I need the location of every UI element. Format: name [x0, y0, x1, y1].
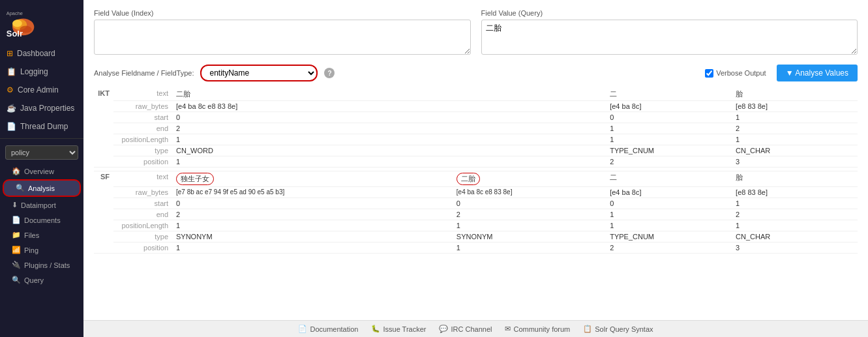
- field-value-index-group: Field Value (Index): [94, 9, 471, 57]
- sidebar-label-threaddump: Thread Dump: [20, 122, 68, 131]
- sidebar-sub-analysis[interactable]: 🔍 Analysis: [3, 179, 81, 197]
- sidebar-sub-overview[interactable]: 🏠 Overview: [0, 164, 83, 179]
- sidebar-sub-documents[interactable]: 📄 Documents: [0, 212, 83, 227]
- coreadmin-icon: ⚙: [7, 85, 14, 95]
- ping-icon: 📶: [12, 246, 21, 254]
- plugins-icon: 🔌: [12, 261, 21, 269]
- table-row: start 0 0 1: [94, 112, 858, 123]
- table-row: raw_bytes [e4 ba 8c e8 83 8e] [e4 ba 8c]…: [94, 101, 858, 112]
- fieldname-row: Analyse Fieldname / FieldType: entityNam…: [94, 65, 858, 81]
- field-value-text-empty: [453, 88, 606, 101]
- field-value-text-2: 二: [606, 88, 732, 101]
- sidebar-sub-files[interactable]: 📁 Files: [0, 227, 83, 242]
- table-row: end 2 2 1 2: [94, 209, 858, 220]
- table-row: end 2 1 2: [94, 123, 858, 134]
- fieldname-select[interactable]: entityName: [200, 65, 318, 81]
- field-label-end: end: [113, 123, 172, 134]
- logo: Apache Solr: [0, 0, 83, 44]
- verbose-label[interactable]: Verbose Output: [705, 69, 766, 78]
- table-row: IKT text 二胎 二 胎: [94, 88, 858, 101]
- field-label-rawbytes: raw_bytes: [113, 101, 172, 112]
- sub-label-dataimport: Dataimport: [21, 201, 56, 209]
- sidebar-label-javaprops: Java Properties: [20, 104, 74, 113]
- sub-label-analysis: Analysis: [28, 184, 55, 192]
- ikt-label: IKT: [94, 88, 113, 168]
- sub-label-overview: Overview: [24, 168, 54, 175]
- footer-documentation[interactable]: 📄 Documentation: [298, 325, 358, 333]
- field-value-rawbytes-2: [e4 ba 8c]: [606, 101, 732, 112]
- solr-logo-icon: Apache Solr: [5, 7, 37, 38]
- sub-label-query: Query: [24, 276, 44, 284]
- sub-label-files: Files: [24, 231, 39, 239]
- table-row: positionLength 1 1 1: [94, 134, 858, 145]
- sidebar-sub-ping[interactable]: 📶 Ping: [0, 242, 83, 257]
- sf-field-label-text: text: [113, 171, 172, 187]
- table-row: type SYNONYM SYNONYM TYPE_CNUM CN_CHAR: [94, 231, 858, 242]
- field-value-query-input[interactable]: 二胎: [481, 20, 858, 55]
- dataimport-icon: ⬇: [12, 201, 18, 209]
- core-selector[interactable]: policy: [0, 141, 83, 164]
- sf-text-1: 独生子女: [172, 171, 453, 187]
- field-value-query-group: Field Value (Query) 二胎: [481, 9, 858, 57]
- sidebar-item-coreadmin[interactable]: ⚙ Core Admin: [0, 81, 83, 99]
- files-icon: 📁: [12, 231, 21, 239]
- verbose-checkbox[interactable]: [705, 69, 713, 78]
- sidebar-label-dashboard: Dashboard: [17, 49, 55, 58]
- field-label-position: position: [113, 156, 172, 168]
- field-label-text: text: [113, 88, 172, 101]
- field-label-start: start: [113, 112, 172, 123]
- field-label-type: type: [113, 145, 172, 156]
- core-select[interactable]: policy: [5, 145, 78, 160]
- results-table: IKT text 二胎 二 胎 raw_bytes [e4 ba 8c e8 8…: [94, 88, 858, 254]
- field-value-index-input[interactable]: [94, 20, 471, 55]
- bug-icon: 🐛: [371, 325, 380, 333]
- field-value-rawbytes-1: [e4 ba 8c e8 83 8e]: [172, 101, 453, 112]
- footer: 📄 Documentation 🐛 Issue Tracker 💬 IRC Ch…: [83, 320, 868, 337]
- sidebar: Apache Solr ⊞ Dashboard 📋 Logging ⚙ Core…: [0, 0, 83, 337]
- sf-text-3: 二: [606, 171, 732, 187]
- sf-text-2: 二胎: [453, 171, 606, 187]
- field-label-poslength: positionLength: [113, 134, 172, 145]
- fieldname-label: Analyse Fieldname / FieldType:: [94, 69, 194, 77]
- sidebar-item-javaprops[interactable]: ☕ Java Properties: [0, 99, 83, 117]
- sf-text-4: 胎: [732, 171, 858, 187]
- table-row: start 0 0 0 1: [94, 198, 858, 209]
- sidebar-label-logging: Logging: [20, 67, 48, 76]
- query-icon: 🔍: [12, 276, 21, 284]
- field-value-rawbytes-3: [e8 83 8e]: [732, 101, 858, 112]
- footer-query-syntax[interactable]: 📋 Solr Query Syntax: [583, 325, 653, 333]
- field-value-index-label: Field Value (Index): [94, 9, 471, 17]
- sub-label-plugins: Plugins / Stats: [24, 261, 70, 269]
- syntax-icon: 📋: [583, 325, 592, 333]
- dashboard-icon: ⊞: [7, 49, 13, 58]
- footer-issue-tracker[interactable]: 🐛 Issue Tracker: [371, 325, 426, 333]
- sidebar-label-coreadmin: Core Admin: [18, 85, 59, 95]
- analyse-button[interactable]: ▼ Analyse Values: [777, 65, 858, 81]
- table-row: raw_bytes [e7 8b ac e7 94 9f e5 ad 90 e5…: [94, 187, 858, 198]
- footer-community-forum[interactable]: ✉ Community forum: [505, 325, 570, 333]
- sidebar-sub-query[interactable]: 🔍 Query: [0, 272, 83, 287]
- sidebar-sub-dataimport[interactable]: ⬇ Dataimport: [0, 198, 83, 212]
- docs-icon: 📄: [12, 216, 21, 224]
- javaprops-icon: ☕: [7, 104, 16, 113]
- logging-icon: 📋: [7, 67, 16, 76]
- analysis-icon: 🔍: [16, 184, 25, 192]
- table-row: type CN_WORD TYPE_CNUM CN_CHAR: [94, 145, 858, 156]
- home-icon: 🏠: [12, 167, 21, 175]
- field-inputs-row: Field Value (Index) Field Value (Query) …: [94, 9, 858, 57]
- sidebar-item-threaddump[interactable]: 📄 Thread Dump: [0, 117, 83, 136]
- sidebar-item-logging[interactable]: 📋 Logging: [0, 63, 83, 81]
- main-content: Field Value (Index) Field Value (Query) …: [83, 0, 868, 337]
- sidebar-sub-plugins[interactable]: 🔌 Plugins / Stats: [0, 257, 83, 272]
- table-row: position 1 2 3: [94, 156, 858, 168]
- analyse-btn-label: ▼ Analyse Values: [786, 68, 848, 78]
- irc-icon: 💬: [439, 325, 448, 333]
- help-icon[interactable]: ?: [324, 68, 335, 78]
- field-value-text-1: 二胎: [172, 88, 453, 101]
- table-row: positionLength 1 1 1 1: [94, 220, 858, 231]
- svg-text:Apache: Apache: [7, 10, 23, 16]
- footer-irc-channel[interactable]: 💬 IRC Channel: [439, 325, 492, 333]
- forum-icon: ✉: [505, 325, 511, 333]
- sidebar-item-dashboard[interactable]: ⊞ Dashboard: [0, 44, 83, 63]
- field-value-query-label: Field Value (Query): [481, 9, 858, 17]
